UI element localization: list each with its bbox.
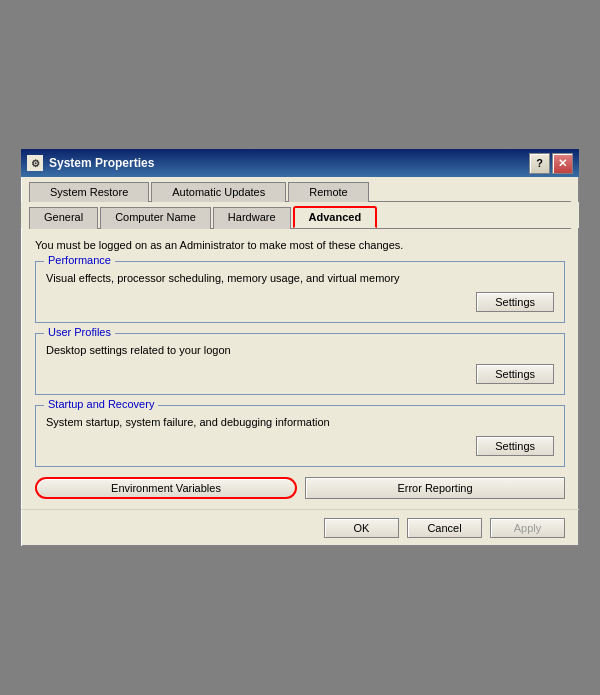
admin-note: You must be logged on as an Administrato… bbox=[35, 239, 565, 251]
apply-button[interactable]: Apply bbox=[490, 518, 565, 538]
user-profiles-settings-button[interactable]: Settings bbox=[476, 364, 554, 384]
performance-section: Performance Visual effects, processor sc… bbox=[35, 261, 565, 323]
help-button[interactable]: ? bbox=[529, 153, 550, 174]
startup-recovery-desc: System startup, system failure, and debu… bbox=[46, 416, 554, 428]
title-bar-buttons: ? ✕ bbox=[529, 153, 573, 174]
performance-label: Performance bbox=[44, 254, 115, 266]
window-icon: ⚙ bbox=[27, 155, 43, 171]
dialog-buttons: OK Cancel Apply bbox=[21, 509, 579, 546]
tab-advanced[interactable]: Advanced bbox=[293, 206, 378, 228]
startup-recovery-section: Startup and Recovery System startup, sys… bbox=[35, 405, 565, 467]
tab-system-restore[interactable]: System Restore bbox=[29, 182, 149, 202]
tab-computer-name[interactable]: Computer Name bbox=[100, 207, 211, 229]
system-properties-window: ⚙ System Properties ? ✕ System Restore A… bbox=[20, 148, 580, 547]
cancel-button[interactable]: Cancel bbox=[407, 518, 482, 538]
env-error-row: Environment Variables Error Reporting bbox=[35, 477, 565, 499]
startup-recovery-label: Startup and Recovery bbox=[44, 398, 158, 410]
tab-hardware[interactable]: Hardware bbox=[213, 207, 291, 229]
tab-general[interactable]: General bbox=[29, 207, 98, 229]
tab-automatic-updates[interactable]: Automatic Updates bbox=[151, 182, 286, 202]
startup-recovery-settings-button[interactable]: Settings bbox=[476, 436, 554, 456]
performance-desc: Visual effects, processor scheduling, me… bbox=[46, 272, 554, 284]
tab-remote[interactable]: Remote bbox=[288, 182, 369, 202]
tabs-bottom-row: General Computer Name Hardware Advanced bbox=[21, 202, 579, 228]
close-button[interactable]: ✕ bbox=[552, 153, 573, 174]
tabs-top-row: System Restore Automatic Updates Remote bbox=[21, 177, 579, 201]
error-reporting-button[interactable]: Error Reporting bbox=[305, 477, 565, 499]
user-profiles-label: User Profiles bbox=[44, 326, 115, 338]
window-title: System Properties bbox=[49, 156, 529, 170]
title-bar: ⚙ System Properties ? ✕ bbox=[21, 149, 579, 177]
action-buttons: OK Cancel Apply bbox=[324, 518, 565, 538]
performance-settings-button[interactable]: Settings bbox=[476, 292, 554, 312]
environment-variables-button[interactable]: Environment Variables bbox=[35, 477, 297, 499]
tab-content: You must be logged on as an Administrato… bbox=[21, 229, 579, 509]
user-profiles-desc: Desktop settings related to your logon bbox=[46, 344, 554, 356]
ok-button[interactable]: OK bbox=[324, 518, 399, 538]
spacer bbox=[35, 518, 316, 538]
user-profiles-section: User Profiles Desktop settings related t… bbox=[35, 333, 565, 395]
